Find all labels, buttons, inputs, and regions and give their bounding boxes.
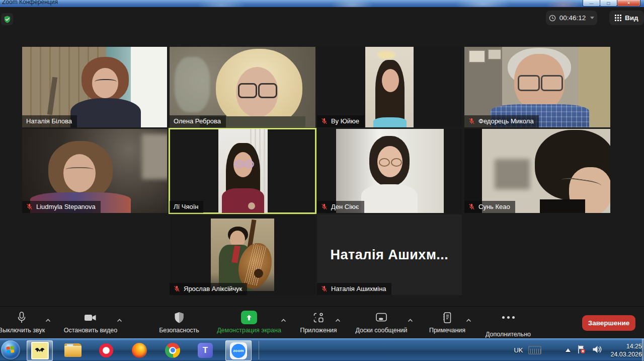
microphone-icon [16,311,28,324]
video-tile-yaroslav-aliksiichuk[interactable]: Ярослав Аліксійчук [170,214,315,295]
notes-button[interactable]: Примечания [422,311,473,334]
minimize-button[interactable]: — [583,0,600,7]
taskbar-app-firefox[interactable] [127,340,152,360]
meeting-duration: 00:46:12 [559,14,586,22]
keyboard-layout-icon[interactable] [528,346,541,354]
person-torso [361,184,418,213]
whiteboards-button[interactable]: Доски сообщений [348,311,415,334]
person-torso [222,188,264,213]
whiteboards-label: Доски сообщений [355,327,407,334]
security-label: Безопасность [159,327,199,334]
share-menu-chevron[interactable] [281,315,286,324]
video-menu-chevron[interactable] [117,315,122,324]
mute-audio-label: Выключить звук [0,327,45,334]
person-glasses-right [244,160,254,168]
taskbar-clock[interactable]: 14:25 24.03.2026 [610,342,642,358]
view-button[interactable]: Вид [609,11,644,25]
person-face [63,154,96,192]
apps-menu-chevron[interactable] [335,315,341,324]
share-screen-button[interactable]: Демонстрация экрана [209,311,289,334]
language-indicator[interactable]: UK [514,346,523,354]
window-title: Zoom Конференция [2,0,58,6]
person-glasses [95,79,117,86]
windows-taskbar: T zoom UK 14:25 24.03.2026 [0,338,644,361]
more-button[interactable]: Дополнительно [478,311,538,338]
whiteboards-menu-chevron[interactable] [408,315,413,324]
system-tray: UK 14:25 24.03.2026 [514,339,642,361]
muted-mic-icon [321,118,328,124]
teams-icon: T [198,343,213,358]
stop-video-button[interactable]: Остановить видео [57,311,124,334]
person-glasses [65,167,94,173]
taskbar-app-chrome[interactable] [160,340,185,360]
video-tile-vu-yuiyue[interactable]: Ву Юйюе [317,47,462,127]
audio-menu-chevron[interactable] [45,315,51,324]
participant-name: Ву Юйюе [331,117,359,125]
volume-icon[interactable] [592,344,603,356]
taskbar-separator [259,341,259,359]
meeting-timer[interactable]: 00:46:12 [546,11,597,25]
stop-video-label: Остановить видео [64,327,118,334]
taskbar-app-explorer[interactable] [60,340,86,360]
participant-name: Ярослав Аліксійчук [184,285,242,293]
grid-view-icon [615,15,621,21]
taskbar-app-the-bat[interactable] [27,340,53,361]
start-button[interactable] [1,340,20,359]
person-torso [373,117,407,127]
person-glasses-left [379,158,390,167]
participant-name: Наталія Білова [26,117,72,125]
participant-name: Лї Чяоїн [174,203,198,210]
video-tile-liudmyla-stepanova[interactable]: Liudmyla Stepanova [22,129,167,213]
opera-icon [99,343,113,357]
scene-blur [142,134,167,179]
participant-name: Ден Сіює [331,203,359,210]
security-shield-icon [3,15,12,24]
security-button[interactable]: Безопасность [148,311,210,334]
firefox-icon [132,343,147,358]
scene-blur [495,159,530,189]
shirt-crest [248,202,255,209]
muted-mic-icon [26,203,33,210]
tray-date: 24.03.2026 [610,350,642,358]
person-glasses-right [541,75,563,91]
person-glasses-right [391,158,402,167]
shield-icon [173,311,185,324]
the-bat-icon [31,342,49,359]
video-tile-sun-keao[interactable]: Сунь Кеао [464,129,610,213]
muted-mic-icon [468,203,475,210]
timer-dropdown-caret[interactable] [590,17,594,19]
taskbar-app-teams[interactable]: T [193,340,218,360]
muted-mic-icon [321,285,328,292]
video-tile-natalia-bilova[interactable]: Наталія Білова [22,47,167,127]
maximize-button[interactable]: ▢ [600,0,617,7]
video-tile-den-siiue[interactable]: Ден Сіює [317,129,462,213]
maximize-icon: ▢ [607,1,611,6]
notes-icon [441,311,454,324]
taskbar-app-opera[interactable] [94,340,119,360]
muted-mic-icon [174,285,180,292]
video-tile-fedorets-mykola[interactable]: Федорець Микола [464,47,610,127]
participant-name: Liudmyla Stepanova [36,203,96,210]
end-meeting-button[interactable]: Завершение [582,315,635,331]
minimize-icon: — [590,1,594,6]
close-button[interactable]: ✕ [617,0,640,7]
muted-mic-icon [321,203,328,210]
meeting-info-button[interactable] [1,13,13,25]
action-center-flag-icon[interactable] [576,344,586,356]
show-desktop-button[interactable] [642,339,644,361]
show-hidden-icons-button[interactable] [566,348,571,352]
video-tile-natalia-ashykhmina-no-video[interactable]: Наталія Ашихм... Наталія Ашихміна [317,214,462,295]
meeting-toolbar: Выключить звук Остановить видео Безопасн… [0,306,644,339]
notes-label: Примечания [429,327,465,334]
taskbar-app-zoom[interactable]: zoom [225,340,252,361]
share-screen-label: Демонстрация экрана [217,327,281,334]
clock-icon [549,15,556,22]
video-tile-olena-rebrova[interactable]: Олена Реброва [170,47,315,127]
share-screen-icon [241,311,257,324]
person-glasses-left [518,75,540,91]
more-icon [502,311,515,328]
window-titlebar[interactable]: Zoom Конференция — ▢ ✕ [0,0,644,8]
whiteboard-icon [375,311,388,324]
notes-menu-chevron[interactable] [466,315,471,324]
video-tile-li-chiaoin-active-speaker[interactable]: Лї Чяоїн [170,129,315,213]
